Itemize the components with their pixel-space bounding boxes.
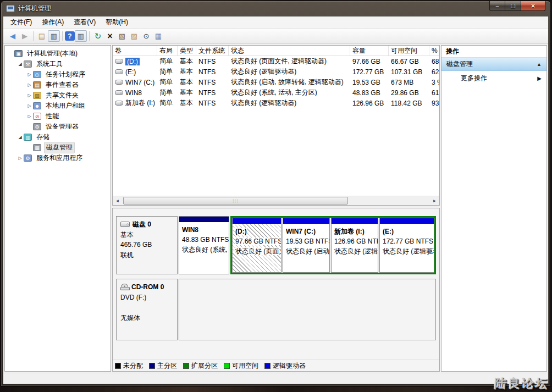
cdrom-header[interactable]: CD-ROM 0 DVD (F:) 无媒体 bbox=[116, 279, 178, 340]
expander-icon[interactable]: ▷ bbox=[26, 103, 33, 108]
window-controls: – ▢ × bbox=[489, 1, 545, 11]
tree-item-device-manager[interactable]: ⚙ 设备管理器 bbox=[5, 122, 111, 132]
volume-capacity: 19.53 GB bbox=[350, 79, 389, 86]
partition-status: 状态良好 (逻辑驱动器) bbox=[334, 246, 375, 256]
console-tree-pane: ▣ 计算机管理(本地) ◢ ⚒ 系统工具 ▷ ◷ 任务计划程序 ▷ ▤ 事件查看… bbox=[4, 45, 111, 372]
tree-item-task-scheduler[interactable]: ▷ ◷ 任务计划程序 bbox=[5, 69, 111, 80]
col-layout[interactable]: 布局 bbox=[157, 46, 178, 56]
open-folder-icon[interactable]: ▨ bbox=[128, 30, 140, 42]
volume-row-win7-c[interactable]: WIN7 (C:) 简单 基本 NTFS 状态良好 (启动, 故障转储, 逻辑驱… bbox=[113, 77, 439, 87]
tree-item-shared-folders[interactable]: ▷ ▧ 共享文件夹 bbox=[5, 90, 111, 101]
action-pane-icon[interactable]: ▥ bbox=[75, 30, 87, 42]
tree-item-event-viewer[interactable]: ▷ ▤ 事件查看器 bbox=[5, 80, 111, 90]
menu-help[interactable]: 帮助(H) bbox=[101, 16, 133, 29]
horizontal-scrollbar[interactable]: ◄ ⁝⁝⁝ ► bbox=[113, 196, 439, 205]
volume-row-i[interactable]: 新加卷 (I:) 简单 基本 NTFS 状态良好 (逻辑驱动器) 126.96 … bbox=[113, 98, 439, 108]
tree-item-disk-management[interactable]: ▦ 磁盘管理 bbox=[5, 142, 111, 153]
scroll-left-icon[interactable]: ◄ bbox=[113, 196, 122, 205]
volume-type: 基本 bbox=[178, 78, 196, 87]
properties-icon[interactable]: ▧ bbox=[116, 30, 128, 42]
menu-file[interactable]: 文件(F) bbox=[5, 16, 37, 29]
tree-item-performance[interactable]: ▷ ⊘ 性能 bbox=[5, 111, 111, 122]
volume-capacity: 126.96 GB bbox=[350, 100, 389, 107]
cdrom-media-state: 无媒体 bbox=[120, 313, 173, 323]
scroll-track[interactable]: ⁝⁝⁝ bbox=[122, 196, 430, 205]
expander-icon[interactable]: ▷ bbox=[16, 156, 24, 161]
partition-e[interactable]: (E:) 172.77 GB NTFS 状态良好 (逻辑驱动器) bbox=[379, 218, 434, 273]
help-icon[interactable]: ? bbox=[65, 31, 75, 41]
partition-status: 状态良好 (页面文件, 逻辑驱动器) bbox=[235, 247, 281, 255]
disk0-row: 磁盘 0 基本 465.76 GB 联机 WIN8 48.83 GB NTFS bbox=[116, 216, 436, 274]
volume-row-win8[interactable]: WIN8 简单 基本 NTFS 状态良好 (系统, 活动, 主分区) 48.83… bbox=[113, 87, 439, 98]
back-icon[interactable]: ◀ bbox=[7, 30, 19, 42]
col-type[interactable]: 类型 bbox=[178, 46, 196, 56]
more-actions-item[interactable]: 更多操作 ▶ bbox=[441, 71, 547, 86]
disk0-header[interactable]: 磁盘 0 基本 465.76 GB 联机 bbox=[116, 216, 178, 274]
forward-icon[interactable]: ▶ bbox=[19, 30, 31, 42]
maximize-button[interactable]: ▢ bbox=[505, 1, 521, 11]
tree-item-local-users[interactable]: ▷ ☻ 本地用户和组 bbox=[5, 101, 111, 111]
partition-size: 48.83 GB NTFS bbox=[182, 235, 226, 245]
settings-icon[interactable]: ▦ bbox=[152, 30, 164, 42]
toolbar-separator bbox=[33, 31, 34, 41]
device-icon: ⚙ bbox=[33, 123, 41, 130]
expander-icon[interactable]: ◢ bbox=[16, 62, 24, 67]
logical-drive-bar bbox=[380, 218, 434, 224]
cdrom-label: CD-ROM 0 bbox=[131, 282, 164, 292]
menu-action[interactable]: 操作(A) bbox=[37, 16, 69, 29]
volume-icon bbox=[115, 69, 123, 74]
col-volume[interactable]: 卷 bbox=[113, 46, 157, 56]
collapse-icon[interactable]: ▲ bbox=[537, 62, 542, 67]
more-actions-label: 更多操作 bbox=[461, 74, 487, 83]
volume-row-d[interactable]: (D:) 简单 基本 NTFS 状态良好 (页面文件, 逻辑驱动器) 97.66… bbox=[113, 56, 439, 67]
volume-row-e[interactable]: (E:) 简单 基本 NTFS 状态良好 (逻辑驱动器) 172.77 GB 1… bbox=[113, 67, 439, 77]
tree-item-label-selected: 磁盘管理 bbox=[44, 142, 75, 153]
expander-icon[interactable]: ▷ bbox=[26, 114, 33, 119]
export-list-icon[interactable]: ▤ bbox=[36, 30, 48, 42]
users-icon: ☻ bbox=[33, 102, 41, 109]
expander-icon[interactable]: ▷ bbox=[26, 72, 33, 77]
minimize-button[interactable]: – bbox=[489, 1, 505, 11]
disk0-label: 磁盘 0 bbox=[133, 219, 151, 230]
scroll-right-icon[interactable]: ► bbox=[430, 196, 439, 205]
legend-label: 主分区 bbox=[157, 361, 177, 371]
volume-pct: 93 % bbox=[429, 100, 439, 107]
tree-item-services[interactable]: ▷ ⚙ 服务和应用程序 bbox=[5, 153, 111, 163]
search-icon[interactable]: ⊙ bbox=[140, 30, 152, 42]
partition-d-selected[interactable]: (D:) 97.66 GB NTFS 状态良好 (页面文件, 逻辑驱动器) bbox=[232, 218, 281, 273]
col-filesystem[interactable]: 文件系统 bbox=[196, 46, 229, 56]
partition-win7-c[interactable]: WIN7 (C:) 19.53 GB NTFS 状态良好 (启动, 故障转储, … bbox=[283, 218, 330, 273]
delete-icon[interactable]: × bbox=[104, 30, 116, 42]
expander-icon[interactable]: ▷ bbox=[26, 93, 33, 98]
actions-group-disk-management[interactable]: 磁盘管理 ▲ bbox=[441, 58, 547, 71]
col-free-space[interactable]: 可用空间 bbox=[389, 46, 429, 56]
partition-win8[interactable]: WIN8 48.83 GB NTFS 状态良好 (系统, 活动, 主分区) bbox=[179, 216, 229, 274]
partition-name: WIN7 (C:) bbox=[286, 227, 327, 236]
menu-view[interactable]: 查看(V) bbox=[69, 16, 101, 29]
col-capacity[interactable]: 容量 bbox=[350, 46, 389, 56]
cdrom-drive-letter: DVD (F:) bbox=[120, 292, 173, 303]
console-tree-icon[interactable]: ▥ bbox=[48, 30, 60, 42]
volume-status: 状态良好 (启动, 故障转储, 逻辑驱动器) bbox=[229, 78, 350, 87]
col-percent[interactable]: % bbox=[429, 46, 439, 56]
tree-item-system-tools[interactable]: ◢ ⚒ 系统工具 bbox=[5, 59, 111, 69]
volume-name: WIN7 (C:) bbox=[125, 79, 154, 86]
expander-icon[interactable]: ▷ bbox=[26, 82, 33, 87]
partition-i[interactable]: 新加卷 (I:) 126.96 GB NTFS 状态良好 (逻辑驱动器) bbox=[331, 218, 378, 273]
tree-item-label: 存储 bbox=[35, 132, 51, 142]
toolbar-separator bbox=[62, 31, 63, 41]
scroll-thumb[interactable]: ⁝⁝⁝ bbox=[123, 197, 348, 205]
volume-fs: NTFS bbox=[196, 79, 229, 86]
volume-type: 基本 bbox=[178, 98, 196, 108]
close-button[interactable]: × bbox=[521, 1, 545, 11]
expander-icon[interactable]: ◢ bbox=[16, 135, 24, 140]
titlebar[interactable]: 计算机管理 – ▢ × bbox=[1, 1, 550, 15]
volume-free: 118.42 GB bbox=[389, 100, 429, 107]
refresh-icon[interactable]: ↻ bbox=[92, 30, 104, 42]
col-status[interactable]: 状态 bbox=[229, 46, 350, 56]
cdrom-media-area[interactable] bbox=[179, 279, 436, 340]
volume-free: 29.86 GB bbox=[389, 89, 429, 97]
partition-name: WIN8 bbox=[182, 225, 226, 235]
tree-item-storage[interactable]: ◢ ▥ 存储 bbox=[5, 132, 111, 142]
tree-item-computer-management[interactable]: ▣ 计算机管理(本地) bbox=[5, 48, 111, 59]
